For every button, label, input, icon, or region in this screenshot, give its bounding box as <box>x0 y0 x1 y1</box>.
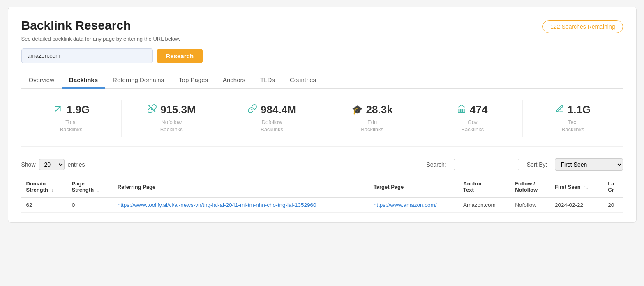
stat-edu-label: EduBacklinks <box>361 119 383 133</box>
stat-gov-value: 474 <box>470 103 487 116</box>
cell-target-page[interactable]: https://www.amazon.com/ <box>369 197 458 213</box>
entries-label: entries <box>68 161 85 168</box>
sort-by-select[interactable]: First Seen Last Seen Domain Strength Pag… <box>555 158 623 171</box>
cell-follow-nofollow: Nofollow <box>510 197 550 213</box>
page-title: Backlink Research <box>21 18 131 32</box>
search-row: Research <box>21 48 623 63</box>
stat-nofollow-value: 915.3M <box>160 103 196 116</box>
edu-backlinks-icon: 🎓 <box>352 105 363 115</box>
cell-domain-strength: 62 <box>21 197 67 213</box>
main-card: Backlink Research 122 Searches Remaining… <box>8 7 637 223</box>
tab-overview[interactable]: Overview <box>21 72 62 89</box>
stat-total-backlinks-value: 1.9G <box>67 103 90 116</box>
subtitle: See detailed backlink data for any page … <box>21 36 623 42</box>
stats-row: 1.9G TotalBacklinks 915.3M NofollowBackl… <box>21 100 623 147</box>
show-entries: Show 10 20 50 100 entries <box>21 159 85 170</box>
cell-first-seen: 2024-02-22 <box>550 197 603 213</box>
sort-label: Sort By: <box>527 161 547 168</box>
cell-page-strength: 0 <box>67 197 113 213</box>
table-search-input[interactable] <box>454 159 519 170</box>
cell-referring-page[interactable]: https://www.toolify.ai/vi/ai-news-vn/tng… <box>113 197 369 213</box>
stat-dofollow-backlinks: 984.4M DofollowBacklinks <box>222 100 322 137</box>
stat-edu-backlinks: 🎓 28.3k EduBacklinks <box>322 100 422 137</box>
url-input[interactable] <box>21 48 153 63</box>
tab-tlds[interactable]: TLDs <box>253 72 282 89</box>
tabs-bar: Overview Backlinks Referring Domains Top… <box>21 72 623 89</box>
stat-total-backlinks: 1.9G TotalBacklinks <box>21 100 122 137</box>
col-la-cr: LaCr <box>603 176 623 197</box>
searches-remaining-badge: 122 Searches Remaining <box>542 20 623 33</box>
col-domain-strength[interactable]: DomainStrength ↓ <box>21 176 67 197</box>
tab-top-pages[interactable]: Top Pages <box>171 72 215 89</box>
target-page-link[interactable]: https://www.amazon.com/ <box>374 202 437 208</box>
col-follow-nofollow: Follow /Nofollow <box>510 176 550 197</box>
col-page-strength[interactable]: PageStrength ↓ <box>67 176 113 197</box>
stat-text-label: TextBacklinks <box>561 119 584 133</box>
header-row: Backlink Research 122 Searches Remaining <box>21 18 623 33</box>
col-anchor-text: AnchorText <box>458 176 510 197</box>
dofollow-backlinks-icon <box>247 104 257 116</box>
table-controls: Show 10 20 50 100 entries Search: Sort B… <box>21 158 623 171</box>
table-row: 62 0 https://www.toolify.ai/vi/ai-news-v… <box>21 197 623 213</box>
col-referring-page: Referring Page <box>113 176 369 197</box>
stat-text-backlinks: 1.1G TextBacklinks <box>523 100 623 137</box>
svg-line-0 <box>149 105 155 112</box>
nofollow-backlinks-icon <box>147 104 157 116</box>
stat-text-value: 1.1G <box>568 103 591 116</box>
stat-gov-label: GovBacklinks <box>461 119 484 133</box>
stat-nofollow-backlinks: 915.3M NofollowBacklinks <box>122 100 222 137</box>
backlinks-table: DomainStrength ↓ PageStrength ↓ Referrin… <box>21 176 623 213</box>
stat-total-backlinks-label: TotalBacklinks <box>60 119 83 133</box>
table-header-row: DomainStrength ↓ PageStrength ↓ Referrin… <box>21 176 623 197</box>
stat-dofollow-label: DofollowBacklinks <box>261 119 283 133</box>
tab-referring-domains[interactable]: Referring Domains <box>105 72 171 89</box>
tab-anchors[interactable]: Anchors <box>215 72 253 89</box>
cell-anchor-text: Amazon.com <box>458 197 510 213</box>
tab-countries[interactable]: Countries <box>282 72 323 89</box>
show-label: Show <box>21 161 36 168</box>
gov-backlinks-icon: 🏛 <box>457 105 466 115</box>
tab-backlinks[interactable]: Backlinks <box>62 72 105 89</box>
cell-la-cr: 20 <box>603 197 623 213</box>
stat-gov-backlinks: 🏛 474 GovBacklinks <box>422 100 523 137</box>
col-first-seen[interactable]: First Seen ↑↓ <box>550 176 603 197</box>
stat-dofollow-value: 984.4M <box>261 103 296 116</box>
research-button[interactable]: Research <box>157 49 203 63</box>
col-target-page: Target Page <box>369 176 458 197</box>
stat-nofollow-label: NofollowBacklinks <box>160 119 183 133</box>
table-right-controls: Search: Sort By: First Seen Last Seen Do… <box>426 158 623 171</box>
show-entries-select[interactable]: 10 20 50 100 <box>39 159 65 170</box>
referring-page-link[interactable]: https://www.toolify.ai/vi/ai-news-vn/tng… <box>118 202 316 208</box>
search-label: Search: <box>426 161 446 168</box>
total-backlinks-icon <box>53 103 63 116</box>
stat-edu-value: 28.3k <box>366 103 393 116</box>
text-backlinks-icon <box>555 104 564 116</box>
